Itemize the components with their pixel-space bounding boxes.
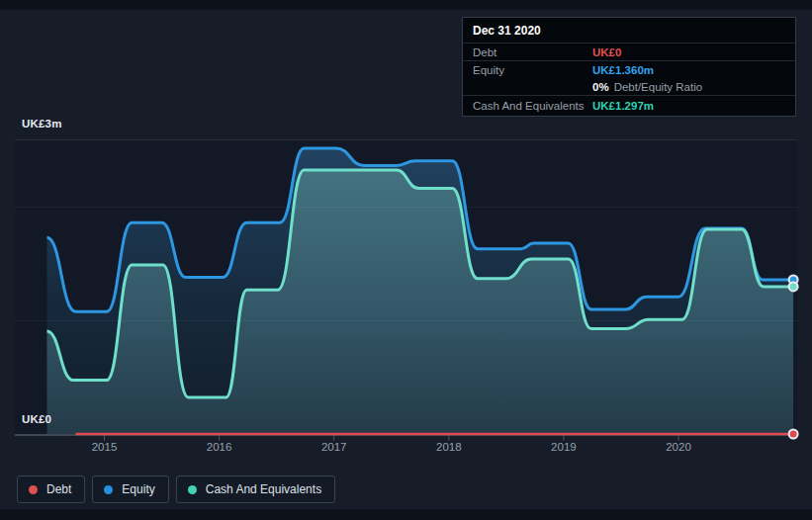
tooltip-debt-label: Debt: [473, 46, 592, 58]
chart-legend: DebtEquityCash And Equivalents: [17, 476, 335, 503]
tooltip-date: Dec 31 2020: [463, 18, 795, 43]
legend-label-debt: Debt: [46, 482, 71, 496]
end-dot-debt[interactable]: [789, 430, 798, 439]
tooltip-row-equity: Equity UK£1.360m: [463, 61, 795, 78]
legend-item-equity[interactable]: Equity: [92, 476, 168, 503]
x-axis-label-2018: 2018: [427, 441, 471, 453]
tooltip-row-debt: Debt UK£0: [463, 43, 795, 60]
legend-label-cash: Cash And Equivalents: [206, 482, 321, 496]
x-axis-label-2020: 2020: [657, 441, 700, 453]
tooltip-equity-label: Equity: [473, 64, 592, 76]
tooltip-ratio-value: 0%: [592, 81, 609, 93]
tooltip-cash-value: UK£1.297m: [592, 100, 654, 112]
tooltip-row-cash: Cash And Equivalents UK£1.297m: [463, 96, 795, 116]
cash-legend-dot-icon: [188, 485, 197, 494]
y-axis-min-label: UK£0: [22, 413, 51, 425]
tooltip-equity-value: UK£1.360m: [592, 64, 654, 76]
end-dot-cash[interactable]: [789, 282, 798, 291]
x-axis-label-2015: 2015: [83, 441, 127, 453]
debt-equity-chart-screen: UK£3m UK£0 201520162017201820192020 Dec …: [0, 0, 812, 520]
chart-tooltip: Dec 31 2020 Debt UK£0 Equity UK£1.360m 0…: [462, 17, 796, 117]
debt-legend-dot-icon: [29, 485, 38, 494]
tooltip-row-ratio: 0% Debt/Equity Ratio: [463, 78, 795, 95]
legend-label-equity: Equity: [122, 482, 154, 496]
equity-legend-dot-icon: [104, 485, 113, 494]
x-axis-label-2017: 2017: [313, 441, 356, 453]
legend-item-cash[interactable]: Cash And Equivalents: [176, 476, 335, 503]
tooltip-ratio-label: Debt/Equity Ratio: [614, 81, 703, 93]
tooltip-cash-label: Cash And Equivalents: [473, 100, 592, 112]
x-axis-ticks: [105, 435, 679, 441]
tooltip-debt-value: UK£0: [592, 46, 621, 58]
legend-item-debt[interactable]: Debt: [17, 476, 85, 503]
y-axis-max-label: UK£3m: [22, 118, 62, 130]
x-axis-label-2019: 2019: [542, 441, 586, 453]
x-axis-label-2016: 2016: [198, 441, 241, 453]
